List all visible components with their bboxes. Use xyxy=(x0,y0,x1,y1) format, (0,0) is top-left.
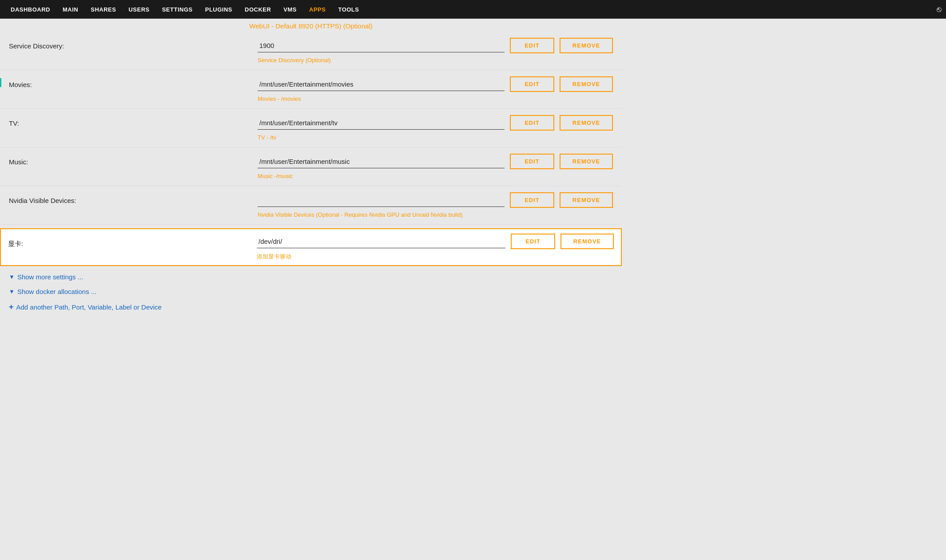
input-row-1: EDITREMOVE xyxy=(258,76,613,92)
edit-button-0[interactable]: EDIT xyxy=(510,38,554,53)
setting-label-0: Service Discovery: xyxy=(9,38,258,50)
input-row-4: EDITREMOVE xyxy=(258,192,613,208)
add-another-link[interactable]: + Add another Path, Port, Variable, Labe… xyxy=(0,299,622,315)
edit-button-2[interactable]: EDIT xyxy=(510,115,554,131)
setting-row-1: Movies:EDITREMOVEMovies - /movies xyxy=(0,70,622,109)
highlighted-edit-button[interactable]: EDIT xyxy=(511,234,555,249)
hint-3: Music -/music xyxy=(258,173,613,179)
setting-right-1: EDITREMOVEMovies - /movies xyxy=(258,76,613,102)
show-docker-allocations-link[interactable]: ▼ Show docker allocations ... xyxy=(0,284,622,299)
settings-rows: Service Discovery:EDITREMOVEService Disc… xyxy=(0,32,622,225)
nav-apps[interactable]: APPS xyxy=(303,0,332,19)
path-input-4[interactable] xyxy=(258,194,505,207)
show-docker-allocations-label: Show docker allocations ... xyxy=(17,288,96,295)
setting-label-3: Music: xyxy=(9,154,258,166)
edit-button-3[interactable]: EDIT xyxy=(510,154,554,169)
hint-2: TV - /tv xyxy=(258,134,613,141)
highlighted-remove-button[interactable]: REMOVE xyxy=(560,234,614,249)
setting-label-2: TV: xyxy=(9,115,258,127)
edit-button-4[interactable]: EDIT xyxy=(510,192,554,208)
highlighted-input-row: EDIT REMOVE xyxy=(257,234,614,249)
add-another-label: Add another Path, Port, Variable, Label … xyxy=(16,303,162,311)
remove-button-0[interactable]: REMOVE xyxy=(560,38,613,53)
setting-label-4: Nvidia Visible Devices: xyxy=(9,192,258,204)
highlighted-right: EDIT REMOVE 添加显卡驱动 xyxy=(257,234,614,261)
navbar: DASHBOARD MAIN SHARES USERS SETTINGS PLU… xyxy=(0,0,946,19)
nav-vms[interactable]: VMS xyxy=(277,0,303,19)
input-row-0: EDITREMOVE xyxy=(258,38,613,53)
highlighted-label: 显卡: xyxy=(8,234,257,248)
hint-0: Service Discovery (Optional) xyxy=(258,57,613,64)
highlighted-input[interactable] xyxy=(257,235,505,248)
webui-hint: WebUI - Default 8920 (HTTPS) (Optional) xyxy=(0,19,622,32)
input-row-2: EDITREMOVE xyxy=(258,115,613,131)
chevron-icon-2: ▼ xyxy=(9,288,15,295)
nav-docker[interactable]: DOCKER xyxy=(238,0,277,19)
logout-icon[interactable]: ⎋ xyxy=(937,5,942,14)
setting-row-3: Music:EDITREMOVEMusic -/music xyxy=(0,147,622,186)
setting-right-3: EDITREMOVEMusic -/music xyxy=(258,154,613,179)
nav-settings[interactable]: SETTINGS xyxy=(156,0,199,19)
setting-label-1: Movies: xyxy=(9,76,258,88)
path-input-2[interactable] xyxy=(258,116,505,130)
setting-right-4: EDITREMOVENvidia Visible Devices (Option… xyxy=(258,192,613,218)
show-more-settings-label: Show more settings ... xyxy=(17,273,83,281)
path-input-1[interactable] xyxy=(258,78,505,91)
path-input-3[interactable] xyxy=(258,155,505,168)
main-content: WebUI - Default 8920 (HTTPS) (Optional) … xyxy=(0,19,622,333)
input-row-3: EDITREMOVE xyxy=(258,154,613,169)
nav-main[interactable]: MAIN xyxy=(56,0,84,19)
setting-row-2: TV:EDITREMOVETV - /tv xyxy=(0,109,622,147)
setting-row-0: Service Discovery:EDITREMOVEService Disc… xyxy=(0,32,622,70)
chevron-icon-1: ▼ xyxy=(9,274,15,280)
remove-button-4[interactable]: REMOVE xyxy=(560,192,613,208)
plus-icon: + xyxy=(9,302,14,312)
nav-tools[interactable]: TOOLS xyxy=(332,0,365,19)
nav-shares[interactable]: SHARES xyxy=(84,0,122,19)
nav-users[interactable]: USERS xyxy=(122,0,155,19)
highlighted-row: 显卡: EDIT REMOVE 添加显卡驱动 xyxy=(0,228,622,266)
remove-button-3[interactable]: REMOVE xyxy=(560,154,613,169)
path-input-0[interactable] xyxy=(258,39,505,52)
edit-button-1[interactable]: EDIT xyxy=(510,76,554,92)
setting-right-0: EDITREMOVEService Discovery (Optional) xyxy=(258,38,613,64)
hint-4: Nvidia Visible Devices (Optional - Requi… xyxy=(258,211,613,218)
setting-right-2: EDITREMOVETV - /tv xyxy=(258,115,613,141)
nav-plugins[interactable]: PLUGINS xyxy=(199,0,238,19)
remove-button-1[interactable]: REMOVE xyxy=(560,76,613,92)
hint-1: Movies - /movies xyxy=(258,95,613,102)
remove-button-2[interactable]: REMOVE xyxy=(560,115,613,131)
setting-row-4: Nvidia Visible Devices:EDITREMOVENvidia … xyxy=(0,186,622,225)
nav-dashboard[interactable]: DASHBOARD xyxy=(4,0,56,19)
show-more-settings-link[interactable]: ▼ Show more settings ... xyxy=(0,270,622,284)
highlighted-hint: 添加显卡驱动 xyxy=(257,253,614,261)
